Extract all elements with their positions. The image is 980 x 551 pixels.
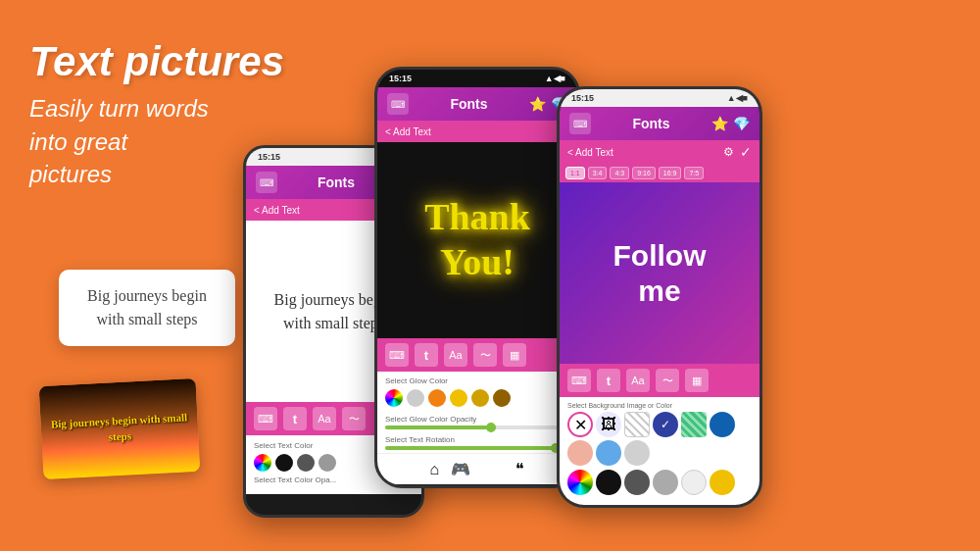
card-photo-text: Big journeys begin with small steps: [48, 410, 190, 447]
darkblue-swatch[interactable]: [710, 412, 735, 437]
slider-fill: [385, 426, 496, 429]
glow-rainbow-swatch[interactable]: [385, 389, 403, 407]
phone3-fill: [567, 505, 752, 508]
check-pattern-swatch[interactable]: [681, 412, 707, 437]
bg-black-swatch[interactable]: [596, 470, 621, 495]
image-picker-icon[interactable]: 🖼: [596, 412, 621, 437]
phone2-star-icon: ⭐: [529, 96, 546, 112]
check-blue-swatch[interactable]: ✓: [653, 412, 678, 437]
home-nav-icon[interactable]: ⌂: [430, 461, 440, 478]
bg-label: Select Background Image or Color: [567, 402, 752, 409]
peach-swatch[interactable]: [567, 440, 593, 466]
glow-swatches: [385, 389, 569, 407]
phone3-back-text: < Add Text: [567, 147, 613, 158]
ratio-7-5[interactable]: 7:5: [684, 167, 704, 179]
phone2-keyboard-icon[interactable]: ⌨: [387, 93, 409, 115]
keyboard-icon[interactable]: ⌨: [256, 172, 277, 193]
ratio-16-9[interactable]: 16:9: [659, 167, 682, 179]
phone3-curve[interactable]: 〜: [656, 369, 679, 392]
hero-title: Text pictures: [29, 39, 284, 84]
phone2-back-text: < Add Text: [385, 126, 431, 137]
rotation-fill: [385, 446, 561, 450]
glow-opacity-slider[interactable]: [385, 426, 569, 429]
glow-opacity-row: Select Glow Color Opacity: [377, 412, 577, 432]
ratio-4-3[interactable]: 4:3: [610, 167, 629, 179]
phone2-top-bar: ⌨ Fonts ⭐ 💎: [377, 87, 577, 121]
glow-orange-swatch[interactable]: [428, 389, 446, 407]
phone-2: 15:15 ▲◀■ ⌨ Fonts ⭐ 💎 < Add Text ⚙ Thank…: [374, 67, 580, 488]
phone2-extra[interactable]: ▦: [503, 343, 526, 367]
bg-swatches-row2: [567, 470, 752, 495]
phone3-keyboard-toolbar[interactable]: ⌨: [567, 369, 591, 392]
black-swatch[interactable]: [275, 454, 293, 472]
phone3-extra[interactable]: ▦: [685, 369, 709, 392]
ratio-9-16[interactable]: 9:16: [632, 167, 656, 179]
card-photo: Big journeys begin with small steps: [39, 378, 201, 479]
phone3-toolbar: ⌨ t Aa 〜 ▦: [560, 364, 760, 397]
bg-darkgray-swatch[interactable]: [624, 470, 650, 495]
phone3-keyboard-icon[interactable]: ⌨: [569, 113, 591, 134]
rainbow-swatch[interactable]: [254, 454, 271, 472]
darkgray-swatch[interactable]: [297, 454, 315, 472]
ratio-3-4[interactable]: 3:4: [588, 167, 608, 179]
bg-yellow-swatch[interactable]: [710, 470, 735, 495]
stripe-swatch[interactable]: [624, 412, 650, 437]
polkadot-swatch[interactable]: [596, 440, 621, 466]
glow-darkgold-swatch[interactable]: [493, 389, 511, 407]
lightgray-swatch[interactable]: [624, 440, 650, 466]
text-rotation-label: Select Text Rotation: [385, 435, 569, 444]
bg-swatches: ✕ 🖼 ✓: [567, 412, 752, 466]
phone-3: 15:15 ▲◀■ ⌨ Fonts ⭐ 💎 < Add Text ⚙ ✓ 1:1…: [557, 86, 762, 508]
glow-lightgray-swatch[interactable]: [407, 389, 424, 407]
phone3-thumb[interactable]: [742, 502, 752, 508]
phone3-fonts-title: Fonts: [591, 116, 711, 131]
glow-yellow-swatch[interactable]: [450, 389, 467, 407]
phone2-align[interactable]: Aa: [444, 343, 467, 367]
bg-medgray-swatch[interactable]: [653, 470, 678, 495]
text-rotation-slider[interactable]: [385, 446, 569, 450]
phone2-sub-bar[interactable]: < Add Text ⚙: [377, 121, 577, 142]
glow-opacity-label: Select Glow Color Opacity: [385, 415, 569, 424]
close-bg-btn[interactable]: ✕: [567, 412, 593, 437]
phone3-align[interactable]: Aa: [626, 369, 650, 392]
phone3-sub-bar[interactable]: < Add Text ⚙ ✓: [560, 140, 760, 164]
phone2-fonts-title: Fonts: [409, 96, 529, 112]
phone3-slider-row: [560, 500, 760, 508]
phone3-text-style[interactable]: t: [597, 369, 620, 392]
phone2-curve[interactable]: 〜: [473, 343, 497, 367]
phone2-canvas: Thank You!: [377, 142, 577, 338]
phone2-toolbar: ⌨ t Aa 〜 ▦: [377, 338, 577, 372]
phone3-slider[interactable]: [567, 505, 752, 508]
ps-nav-icon[interactable]: Ps: [482, 461, 504, 477]
phone2-text-style[interactable]: t: [415, 343, 438, 367]
slider-thumb[interactable]: [486, 423, 496, 432]
game-nav-icon[interactable]: 🎮: [451, 460, 470, 478]
curve-icon[interactable]: 〜: [342, 407, 366, 430]
glow-gold-swatch[interactable]: [471, 389, 489, 407]
text-rotation-row: Select Text Rotation: [377, 432, 577, 453]
phone3-top-bar: ⌨ Fonts ⭐ 💎: [560, 107, 760, 140]
text-align-icon[interactable]: Aa: [313, 407, 336, 430]
follow-me-text: Follow me: [613, 238, 707, 309]
bg-white-swatch[interactable]: [681, 470, 707, 495]
phone3-gear-icon[interactable]: ⚙: [723, 145, 734, 159]
medgray-swatch[interactable]: [318, 454, 336, 472]
phone3-canvas: Follow me: [560, 182, 760, 364]
phone2-status-bar: 15:15 ▲◀■: [377, 70, 577, 87]
thank-you-text: Thank You!: [424, 195, 530, 284]
phone2-keyboard-toolbar[interactable]: ⌨: [385, 343, 409, 367]
bg-rainbow-swatch[interactable]: [567, 470, 593, 495]
keyboard-toolbar-icon[interactable]: ⌨: [254, 407, 277, 430]
bg-image-section: Select Background Image or Color ✕ 🖼 ✓: [560, 397, 760, 500]
phone1-back-text: < Add Text: [254, 205, 300, 216]
ratio-1-1[interactable]: 1:1: [565, 167, 585, 179]
phone3-star-icon: ⭐: [711, 116, 728, 131]
ratio-bar: 1:1 3:4 4:3 9:16 16:9 7:5: [560, 164, 760, 182]
quote-nav-icon[interactable]: ❝: [515, 460, 524, 478]
phone2-bottom-nav: ⌂ 🎮 Ps ❝: [377, 453, 577, 484]
glow-color-section: Select Glow Color: [377, 372, 577, 412]
text-style-icon[interactable]: t: [283, 407, 307, 430]
card-white: Big journeys begin with small steps: [59, 270, 235, 346]
phone3-check-icon[interactable]: ✓: [740, 144, 752, 160]
phone3-status-bar: 15:15 ▲◀■: [560, 89, 760, 107]
